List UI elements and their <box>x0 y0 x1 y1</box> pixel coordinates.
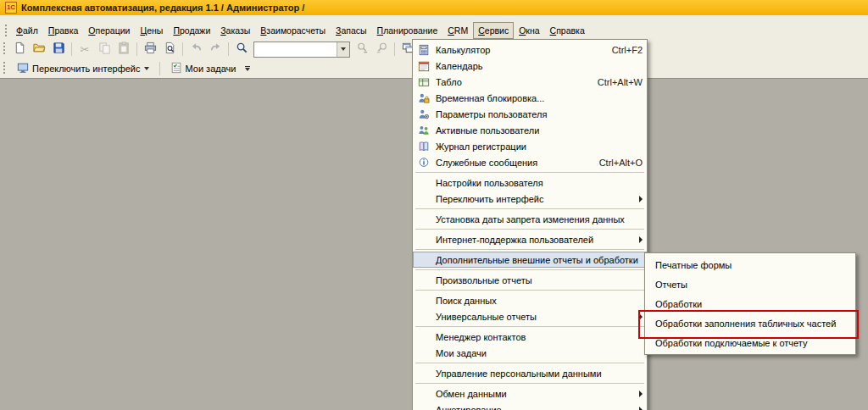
find-prev-icon <box>376 42 388 57</box>
tasks-icon <box>170 62 182 75</box>
menu-planning[interactable]: Планирование <box>372 22 443 39</box>
icon-spacer <box>415 346 432 360</box>
menu-item-data-search[interactable]: Поиск данных <box>413 292 647 308</box>
submenu-item-label: Отчеты <box>655 280 687 290</box>
switch-interface-button[interactable]: Переключить интерфейс <box>11 61 155 76</box>
toolbar-overflow-button[interactable] <box>245 66 250 71</box>
chevron-down-icon <box>245 68 250 71</box>
icon-spacer <box>415 387 432 401</box>
toolbar-separator <box>182 42 183 56</box>
find-prev-button[interactable] <box>372 41 391 58</box>
submenu-item-label: Обработки <box>655 299 702 309</box>
menu-item-label: Журнал регистрации <box>436 141 643 152</box>
menu-item-label: Настройки пользователя <box>436 178 643 188</box>
menu-item-internet-support[interactable]: Интернет-поддержка пользователей <box>413 231 647 247</box>
submenu-item-label: Обработки заполнения табличных частей <box>655 319 836 329</box>
menu-settlements[interactable]: Взаиморасчеты <box>255 22 331 39</box>
new-document-button[interactable] <box>10 41 29 58</box>
icon-spacer <box>415 367 432 380</box>
menu-item-label: Интернет-поддержка пользователей <box>436 235 632 245</box>
menu-item-calculator[interactable]: Калькулятор Ctrl+F2 <box>413 42 647 58</box>
back-button[interactable] <box>186 41 205 58</box>
toolbar-grip[interactable] <box>3 62 5 74</box>
menu-item-label: Универсальные отчеты <box>436 312 632 322</box>
save-button[interactable] <box>49 41 68 58</box>
paste-button[interactable] <box>114 41 133 58</box>
menu-item-label: Служебные сообщения <box>436 158 591 168</box>
submenu-item-processings[interactable]: Обработки <box>645 294 855 313</box>
submenu-item-report-attachable-processings[interactable]: Обработки подключаемые к отчету <box>645 333 855 352</box>
menu-item-contact-manager[interactable]: Менеджер контактов <box>413 329 647 345</box>
menu-item-service-messages[interactable]: Служебные сообщения Ctrl+Alt+O <box>413 154 647 170</box>
menu-item-label: Параметры пользователя <box>436 109 643 119</box>
menu-separator <box>415 383 644 384</box>
menu-item-tablo[interactable]: Табло Ctrl+Alt+W <box>413 74 647 90</box>
find-next-button[interactable] <box>353 41 371 58</box>
tablo-icon <box>415 75 432 89</box>
open-button[interactable] <box>30 41 48 58</box>
combo-input[interactable] <box>254 44 337 55</box>
menu-item-my-tasks[interactable]: Мои задачи <box>413 345 647 361</box>
submenu-arrow-icon <box>639 313 643 320</box>
menu-item-active-users[interactable]: Активные пользователи <box>413 122 647 138</box>
print-preview-button[interactable] <box>160 41 179 58</box>
menu-item-label: Обмен данными <box>436 389 632 399</box>
menu-item-questionnaire[interactable]: Анкетирование <box>413 402 647 410</box>
my-tasks-button[interactable]: Мои задачи <box>164 61 242 76</box>
menu-sales[interactable]: Продажи <box>168 22 215 39</box>
icon-spacer <box>415 192 432 206</box>
print-icon <box>144 42 157 57</box>
menu-item-calendar[interactable]: Календарь <box>413 58 647 74</box>
menu-item-data-exchange[interactable]: Обмен данными <box>413 385 647 402</box>
menu-item-label: Дополнительные внешние отчеты и обработк… <box>436 255 638 265</box>
menu-item-switch-interface[interactable]: Переключить интерфейс <box>413 191 647 207</box>
app-logo-icon: 1С <box>5 2 17 14</box>
icon-spacer <box>415 274 432 287</box>
menu-prices[interactable]: Цены <box>135 22 168 39</box>
menu-separator <box>415 229 644 230</box>
menu-item-temp-lock[interactable]: Временная блокировка... <box>413 90 647 106</box>
search-icon <box>236 42 248 57</box>
copy-button[interactable] <box>95 41 114 58</box>
menu-orders[interactable]: Заказы <box>215 22 255 39</box>
menu-operations[interactable]: Операции <box>83 22 135 39</box>
menu-item-universal-reports[interactable]: Универсальные отчеты <box>413 308 647 324</box>
menu-item-user-parameters[interactable]: Параметры пользователя <box>413 106 647 122</box>
icon-spacer <box>415 213 432 226</box>
menu-item-personal-data[interactable]: Управление персональными данными <box>413 365 647 381</box>
menu-item-user-settings[interactable]: Настройки пользователя <box>413 175 647 191</box>
new-document-icon <box>14 42 26 57</box>
menu-item-label: Переключить интерфейс <box>436 194 632 204</box>
menu-file[interactable]: Файл <box>11 22 43 39</box>
quick-select-combo[interactable] <box>253 42 350 58</box>
icon-spacer <box>415 403 432 410</box>
user-settings-icon <box>415 108 432 121</box>
menu-stock[interactable]: Запасы <box>331 22 372 39</box>
menu-help[interactable]: Справка <box>545 22 590 39</box>
menu-item-custom-reports[interactable]: Произвольные отчеты <box>413 272 647 288</box>
forward-arrow-icon <box>209 42 222 57</box>
submenu-item-reports[interactable]: Отчеты <box>645 274 855 294</box>
forward-button[interactable] <box>206 41 225 58</box>
menu-windows[interactable]: Окна <box>514 22 544 39</box>
toolbar-grip[interactable] <box>5 25 7 36</box>
menu-crm[interactable]: CRM <box>442 22 473 39</box>
menu-item-date-lock[interactable]: Установка даты запрета изменения данных <box>413 211 647 227</box>
back-arrow-icon <box>190 42 203 57</box>
icon-spacer <box>415 310 432 324</box>
menu-item-label: Активные пользователи <box>436 125 643 136</box>
search-button[interactable] <box>232 41 251 58</box>
print-button[interactable] <box>141 41 159 58</box>
submenu-item-tabular-fill-processings[interactable]: Обработки заполнения табличных частей <box>645 313 855 333</box>
menu-service[interactable]: Сервис <box>473 22 514 39</box>
menu-separator <box>415 208 644 209</box>
chevron-down-icon[interactable] <box>337 42 349 57</box>
menu-edit[interactable]: Правка <box>43 22 83 39</box>
submenu-item-print-forms[interactable]: Печатные формы <box>645 255 855 274</box>
toolbar-grip[interactable] <box>3 42 5 54</box>
menu-item-external-reports[interactable]: Дополнительные внешние отчеты и обработк… <box>413 252 647 268</box>
submenu-arrow-icon <box>639 391 643 397</box>
my-tasks-label: Мои задачи <box>186 64 236 74</box>
cut-button[interactable]: ✂ <box>75 41 94 58</box>
menu-item-registration-journal[interactable]: Журнал регистрации <box>413 138 647 154</box>
